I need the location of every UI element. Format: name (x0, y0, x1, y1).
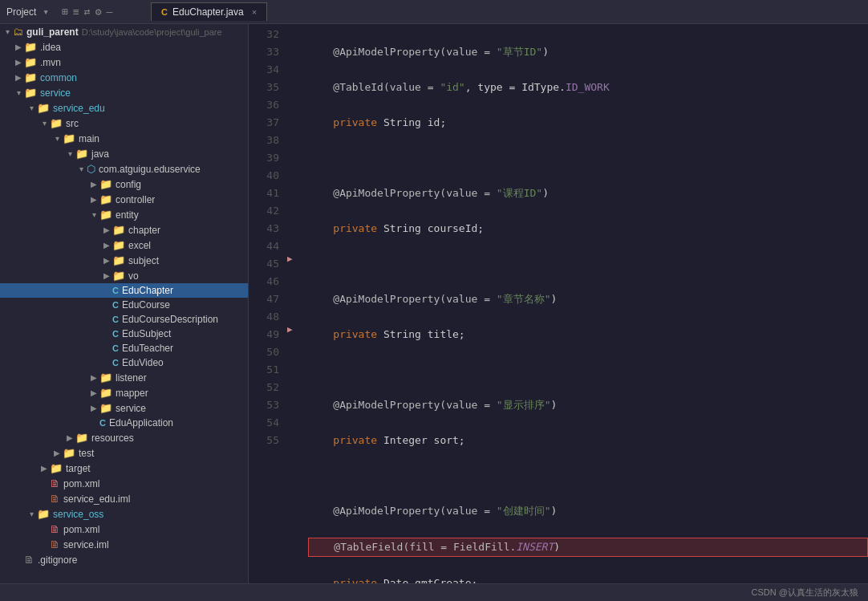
tree-label: excel (128, 240, 151, 251)
tree-item-service-iml[interactable]: 🗎 service.iml (0, 537, 248, 552)
tree-item-main[interactable]: ▾ 📁 main (0, 131, 248, 146)
tree-label: config (116, 179, 141, 190)
java-file-icon: C (161, 7, 168, 17)
tree-label: src (66, 118, 79, 129)
tree-item-educoursedesc[interactable]: C EduCourseDescription (0, 312, 248, 327)
code-line-33: @TableId(value = "id", type = IdType.ID_… (308, 79, 868, 96)
tree-label: EduApplication (109, 417, 173, 428)
expand-arrow: ▶ (13, 73, 24, 82)
tree-item-pom-oss[interactable]: 🗎 pom.xml (0, 522, 248, 537)
tree-item-package[interactable]: ▾ ⬡ com.atguigu.eduservice (0, 161, 248, 177)
tree-label: pom.xml (63, 524, 99, 535)
tree-item-educourse[interactable]: C EduCourse (0, 298, 248, 312)
tree-item-chapter[interactable]: ▶ 📁 chapter (0, 222, 248, 238)
tree-item-common[interactable]: ▶ 📁 common (0, 70, 248, 85)
split-icon[interactable]: ⇄ (84, 6, 91, 18)
tree-label: target (66, 463, 91, 474)
tree-item-service-top[interactable]: ▾ 📁 service (0, 85, 248, 100)
tree-item-test[interactable]: ▶ 📁 test (0, 445, 248, 461)
folder-icon: 📁 (24, 87, 37, 99)
tree-label: chapter (128, 225, 160, 236)
tree-item-gitignore[interactable]: 🗎 .gitignore (0, 552, 248, 567)
dropdown-icon[interactable]: ▾ (43, 6, 49, 18)
tree-item-resources[interactable]: ▶ 📁 resources (0, 430, 248, 445)
tree-item-pom1[interactable]: 🗎 pom.xml (0, 476, 248, 491)
tab-label: EduChapter.java (172, 6, 244, 18)
tab-educhapter[interactable]: C EduChapter.java × (151, 2, 267, 21)
tree-item-eduteacher[interactable]: C EduTeacher (0, 341, 248, 355)
gear-icon[interactable]: ⚙ (95, 6, 102, 18)
tree-label: subject (128, 255, 159, 266)
tree-item-src[interactable]: ▾ 📁 src (0, 116, 248, 131)
folder-icon: 📁 (99, 193, 112, 205)
folder-icon: 📁 (99, 387, 112, 399)
tree-item-subject[interactable]: ▶ 📁 subject (0, 253, 248, 268)
tree-item-service-edu[interactable]: ▾ 📁 service_edu (0, 100, 248, 116)
tree-item-excel[interactable]: ▶ 📁 excel (0, 238, 248, 253)
code-editor[interactable]: 32 33 34 35 36 37 38 39 40 41 42 43 44 4… (249, 24, 868, 583)
list-icon[interactable]: ≡ (73, 6, 79, 18)
grid-icon[interactable]: ⊞ (62, 6, 68, 18)
tab-close-icon[interactable]: × (252, 7, 257, 17)
code-line-34: private String id; (308, 114, 868, 132)
toolbar-icons: ⊞ ≡ ⇄ ⚙ — (62, 6, 112, 18)
java-class-icon: C (112, 329, 119, 339)
line-numbers: 32 33 34 35 36 37 38 39 40 41 42 43 44 4… (249, 24, 286, 583)
folder-icon: 📁 (112, 224, 125, 236)
tree-item-entity[interactable]: ▾ 📁 entity (0, 207, 248, 222)
tree-item-controller[interactable]: ▶ 📁 controller (0, 192, 248, 207)
expand-arrow: ▶ (88, 388, 99, 397)
java-class-icon: C (112, 300, 119, 310)
tree-item-target[interactable]: ▶ 📁 target (0, 461, 248, 476)
tree-item-service-sub[interactable]: ▶ 📁 service (0, 400, 248, 416)
java-class-icon: C (112, 358, 119, 368)
project-tree: ▾ 🗂 guli_parent D:\study\java\code\proje… (0, 24, 249, 583)
tree-label: EduSubject (122, 328, 171, 339)
gutter-arrow-50: ▶ (287, 324, 293, 335)
folder-icon: 📁 (112, 254, 125, 266)
project-label: Project (6, 6, 36, 18)
expand-arrow: ▶ (51, 449, 63, 457)
status-bar: CSDN @认真生活的灰太狼 (0, 583, 868, 601)
tree-item-java[interactable]: ▾ 📁 java (0, 146, 248, 161)
tree-item-vo[interactable]: ▶ 📁 vo (0, 268, 248, 283)
title-bar: Project ▾ ⊞ ≡ ⇄ ⚙ — C EduChapter.java × (0, 0, 868, 24)
tree-label: vo (128, 270, 139, 282)
expand-arrow: ▶ (39, 464, 50, 473)
tree-item-guli-parent[interactable]: ▾ 🗂 guli_parent D:\study\java\code\proje… (0, 24, 248, 39)
tree-item-educhapter[interactable]: C EduChapter (0, 283, 248, 298)
tree-item-service-oss[interactable]: ▾ 📁 service_oss (0, 506, 248, 522)
tree-label: pom.xml (63, 478, 99, 489)
iml-icon: 🗎 (50, 493, 60, 505)
tree-label: service (116, 403, 146, 414)
folder-icon: 📁 (99, 372, 112, 384)
minimize-icon[interactable]: — (107, 6, 113, 18)
folder-icon: 📁 (37, 102, 50, 114)
code-lines: @ApiModelProperty(value = "草节ID") @Table… (302, 24, 868, 583)
code-line-37: private String courseId; (308, 220, 868, 238)
tree-label: service_edu (53, 103, 105, 114)
java-class-icon: C (112, 315, 119, 324)
folder-icon: 📁 (112, 270, 125, 282)
tree-item-eduvideo[interactable]: C EduVideo (0, 355, 248, 370)
tree-item-config[interactable]: ▶ 📁 config (0, 177, 248, 192)
code-line-39: @ApiModelProperty(value = "章节名称") (308, 290, 868, 308)
tree-label: .gitignore (38, 554, 77, 566)
folder-icon: 📁 (99, 209, 112, 221)
status-text: CSDN @认真生活的灰太狼 (752, 587, 858, 599)
file-icon: 🗎 (24, 554, 34, 566)
code-line-42: @ApiModelProperty(value = "显示排序") (308, 396, 868, 414)
expand-arrow: ▶ (88, 404, 99, 412)
tree-label: common (40, 72, 77, 83)
folder-icon: 📁 (24, 41, 37, 53)
tree-item-edusubject[interactable]: C EduSubject (0, 327, 248, 341)
tree-item-mapper[interactable]: ▶ 📁 mapper (0, 385, 248, 400)
tree-item-idea[interactable]: ▶ 📁 .idea (0, 39, 248, 55)
tree-label: EduTeacher (122, 343, 173, 354)
tree-item-eduapplication[interactable]: C EduApplication (0, 416, 248, 430)
tree-item-service-edu-iml[interactable]: 🗎 service_edu.iml (0, 491, 248, 506)
tree-label: EduVideo (122, 357, 164, 368)
expand-arrow: ▶ (101, 256, 112, 265)
tree-item-mvn[interactable]: ▶ 📁 .mvn (0, 55, 248, 70)
tree-item-listener[interactable]: ▶ 📁 listener (0, 370, 248, 385)
